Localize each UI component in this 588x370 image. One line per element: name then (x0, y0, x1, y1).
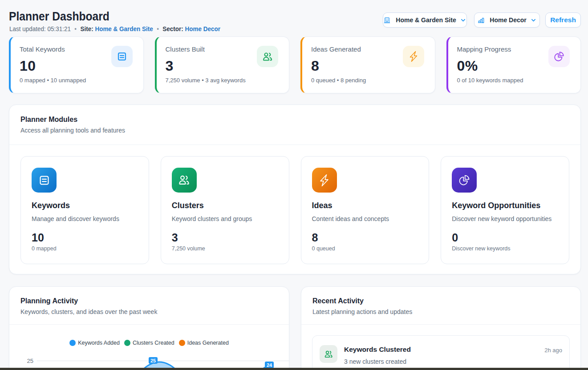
svg-text:25: 25 (27, 358, 33, 364)
svg-text:24: 24 (267, 362, 272, 368)
svg-text:25: 25 (150, 358, 156, 363)
